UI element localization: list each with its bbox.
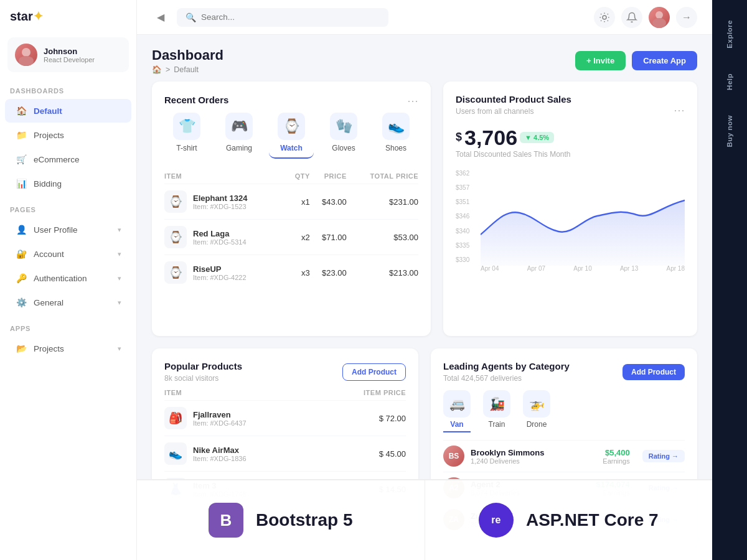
- shoes-icon: 👟: [382, 113, 410, 140]
- notifications-button[interactable]: [621, 7, 642, 28]
- app-logo: star✦: [0, 0, 136, 32]
- breadcrumb-current: Default: [174, 65, 199, 74]
- discounted-sales-card: Discounted Product Sales Users from all …: [443, 82, 697, 336]
- page-header: Dashboard 🏠 > Default + Invite Create Ap…: [137, 35, 712, 82]
- item-price: $43.00: [310, 184, 347, 220]
- projects-icon: 📁: [15, 129, 27, 141]
- user-profile-card[interactable]: Johnson React Developer: [7, 37, 129, 72]
- apps-title: APPS: [0, 315, 136, 336]
- discounted-sales-title-text: Discounted Product Sales: [456, 94, 571, 105]
- tab-tshirt-label: T-shirt: [176, 144, 197, 152]
- sidebar-item-projects-app[interactable]: 📂 Projects ▾: [5, 337, 131, 360]
- y-label: $330: [456, 256, 469, 263]
- sidebar-item-authentication[interactable]: 🔑 Authentication ▾: [5, 266, 131, 290]
- more-options-icon[interactable]: ⋯: [407, 94, 418, 108]
- theme-toggle-button[interactable]: [594, 7, 615, 28]
- sidebar-item-account[interactable]: 🔐 Account ▾: [5, 242, 131, 266]
- chevron-down-icon: ▾: [118, 345, 121, 353]
- chevron-down-icon: ▾: [118, 250, 121, 258]
- y-label: $335: [456, 242, 469, 249]
- col-price: PRICE: [310, 169, 347, 184]
- leading-agents-title-group: Leading Agents by Category Total 424,567…: [443, 361, 570, 383]
- tab-shoes[interactable]: 👟 Shoes: [374, 108, 418, 159]
- discounted-sales-title: Discounted Product Sales Users from all …: [456, 94, 571, 126]
- list-item: ZA Zuid Area 357 Deliveries $2,737 Earni…: [443, 503, 685, 535]
- sidebar-item-ecommerce[interactable]: 🛒 eCommerce: [5, 147, 131, 171]
- pages-title: PAGES: [0, 196, 136, 217]
- discounted-more-icon[interactable]: ⋯: [674, 103, 685, 117]
- x-label: Apr 13: [620, 265, 638, 272]
- tab-drone[interactable]: 🚁 Drone: [523, 390, 550, 432]
- item-name: RiseUP: [193, 264, 247, 274]
- item-cell: ⌚ Elephant 1324 Item: #XDG-1523: [164, 184, 288, 220]
- search-input[interactable]: [201, 12, 380, 22]
- discount-value-row: $ 3,706 ▼ 4.5%: [456, 126, 685, 150]
- tab-gaming[interactable]: 🎮 Gaming: [217, 108, 261, 159]
- recent-orders-header: Recent Orders ⋯: [164, 94, 418, 108]
- rating-button[interactable]: Rating →: [642, 450, 685, 462]
- item-id: Item: #XDG-1836: [193, 455, 247, 462]
- sidebar-item-general[interactable]: ⚙️ General ▾: [5, 291, 131, 314]
- recent-orders-card: Recent Orders ⋯ 👕 T-shirt 🎮 Gaming: [152, 82, 431, 336]
- item-details: Fjallraven Item: #XDG-6437: [193, 410, 247, 427]
- sidebar-item-bidding[interactable]: 📊 Bidding: [5, 172, 131, 195]
- svg-point-4: [652, 18, 666, 28]
- tab-tshirt[interactable]: 👕 T-shirt: [164, 108, 209, 159]
- collapse-sidebar-button[interactable]: ◀: [152, 9, 169, 26]
- create-app-button[interactable]: Create App: [632, 51, 697, 70]
- sidebar-item-user-profile[interactable]: 👤 User Profile ▾: [5, 218, 131, 241]
- tab-van[interactable]: 🚐 Van: [443, 390, 471, 432]
- watch-icon: ⌚: [278, 113, 305, 140]
- arrow-right-icon[interactable]: →: [676, 7, 697, 28]
- item-name: Elephant 1324: [193, 194, 247, 203]
- agent-earnings: $5,400: [603, 448, 629, 457]
- gloves-icon: 🧤: [330, 113, 357, 140]
- list-item: BS Brooklyn Simmons 1,240 Deliveries $5,…: [443, 440, 685, 472]
- tab-gloves[interactable]: 🧤 Gloves: [321, 108, 366, 159]
- tab-watch[interactable]: ⌚ Watch: [269, 108, 314, 159]
- user-info: Johnson React Developer: [44, 47, 95, 63]
- sidebar-item-default[interactable]: 🏠 Default: [5, 99, 131, 123]
- item-qty: x3: [288, 255, 310, 291]
- main-content: ◀ 🔍 → Dashboard 🏠: [137, 0, 712, 560]
- help-button[interactable]: Help: [721, 66, 738, 98]
- item-details: Red Laga Item: #XDG-5314: [193, 229, 247, 246]
- explore-button[interactable]: Explore: [721, 12, 738, 56]
- invite-button[interactable]: + Invite: [575, 51, 626, 70]
- rating-button[interactable]: Rating →: [642, 513, 685, 526]
- svg-point-0: [22, 48, 31, 57]
- tab-train[interactable]: 🚂 Train: [483, 390, 510, 432]
- sidebar-item-projects[interactable]: 📁 Projects: [5, 123, 131, 147]
- item-cell: ⌚ Red Laga Item: #XDG-5314: [164, 220, 288, 255]
- item-name: Nike AirMax: [193, 446, 247, 455]
- dashboards-section: DASHBOARDS 🏠 Default 📁 Projects 🛒 eComme…: [0, 77, 136, 196]
- item-total: $213.00: [347, 255, 418, 291]
- recent-orders-title: Recent Orders: [164, 95, 228, 105]
- agents-list: BS Brooklyn Simmons 1,240 Deliveries $5,…: [443, 440, 685, 535]
- item-price: $ 72.00: [324, 401, 406, 436]
- item-qty: x2: [288, 220, 310, 255]
- user-name: Johnson: [44, 47, 95, 56]
- item-cell: ⌚ RiseUP Item: #XDG-4222: [164, 255, 288, 291]
- tab-gloves-label: Gloves: [332, 144, 355, 152]
- discounted-sales-subtitle: Users from all channels: [456, 107, 571, 116]
- leading-agents-add-button[interactable]: Add Product: [622, 364, 685, 380]
- item-name: Fjallraven: [193, 410, 247, 419]
- agent-avatar: A2: [443, 477, 464, 498]
- tab-train-label: Train: [489, 420, 505, 429]
- add-product-button[interactable]: Add Product: [342, 363, 406, 381]
- tab-shoes-label: Shoes: [385, 144, 406, 152]
- buy-now-button[interactable]: Buy now: [721, 108, 738, 154]
- user-avatar-topbar[interactable]: [649, 7, 670, 28]
- apps-section: APPS 📂 Projects ▾: [0, 315, 136, 361]
- search-bar[interactable]: 🔍: [177, 8, 388, 27]
- item-id: Item: #XDG-1523: [193, 203, 247, 210]
- discount-dollar: $: [456, 131, 462, 144]
- bottom-grid: Popular Products 8k social visitors Add …: [137, 348, 712, 560]
- x-label: Apr 04: [481, 265, 499, 272]
- rating-button[interactable]: Rating →: [642, 482, 685, 494]
- avatar: [15, 44, 37, 66]
- item-qty: x1: [288, 184, 310, 220]
- general-icon: ⚙️: [15, 296, 27, 309]
- sidebar-item-label: Bidding: [34, 179, 62, 189]
